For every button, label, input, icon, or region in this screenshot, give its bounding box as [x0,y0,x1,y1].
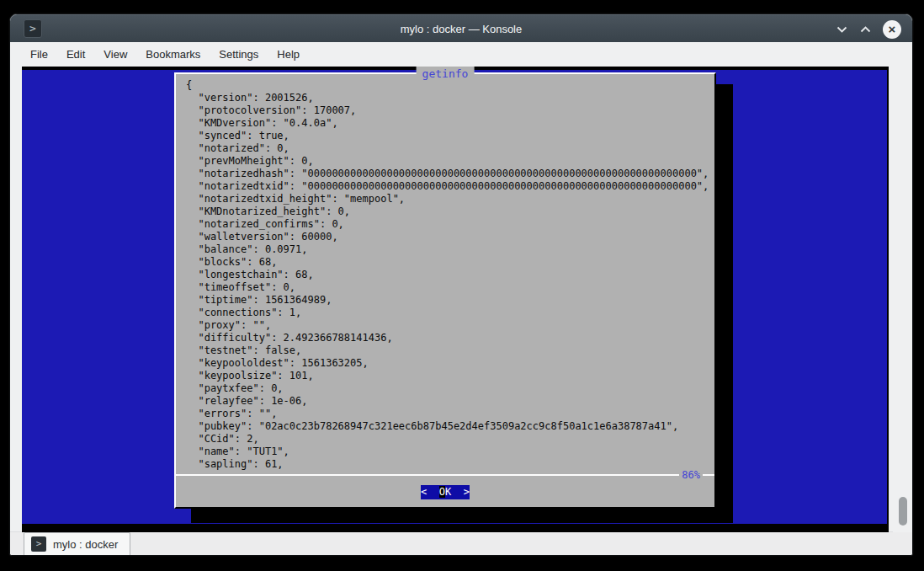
menu-help[interactable]: Help [268,45,309,64]
chevron-up-icon [859,22,872,37]
dialog-json-text: { "version": 2001526, "protocolversion":… [186,79,709,471]
ok-button-cursor: O [439,486,445,498]
ok-button[interactable]: < OK > [421,485,470,499]
ok-button-right-bracket: > [451,486,470,498]
getinfo-dialog: getinfo { "version": 2001526, "protocolv… [174,72,716,509]
tab-label: mylo : docker [53,538,118,551]
menubar: File Edit View Bookmarks Settings Help [10,42,912,67]
minimize-button[interactable] [836,22,848,37]
terminal-screen[interactable]: getinfo { "version": 2001526, "protocolv… [22,67,889,532]
menu-edit[interactable]: Edit [57,45,94,64]
tabbar: > mylo : docker [10,531,912,555]
terminal-area: getinfo { "version": 2001526, "protocolv… [10,67,912,531]
close-button[interactable]: × [883,20,901,39]
konsole-tab-icon: > [31,536,46,552]
tab-mylo-docker[interactable]: > mylo : docker [24,532,130,555]
titlebar[interactable]: > mylo : docker — Konsole × [10,14,912,42]
dialog-separator [176,474,714,476]
menu-view[interactable]: View [94,45,136,64]
menu-file[interactable]: File [21,45,57,64]
window-controls: × [836,15,901,43]
dialog-button-row: < OK > [176,483,714,499]
maximize-button[interactable] [859,22,872,37]
konsole-app-icon: > [24,19,42,38]
terminal-scrollbar[interactable] [893,67,912,532]
konsole-window: > mylo : docker — Konsole × File Edit Vi… [9,13,913,556]
menu-settings[interactable]: Settings [210,45,268,64]
scrollbar-thumb[interactable] [899,497,907,526]
window-title: mylo : docker — Konsole [10,23,912,35]
menu-bookmarks[interactable]: Bookmarks [136,45,210,64]
scroll-percent-badge: 86% [679,469,703,482]
chevron-down-icon [836,22,848,37]
ok-button-left-bracket: < [421,486,439,498]
